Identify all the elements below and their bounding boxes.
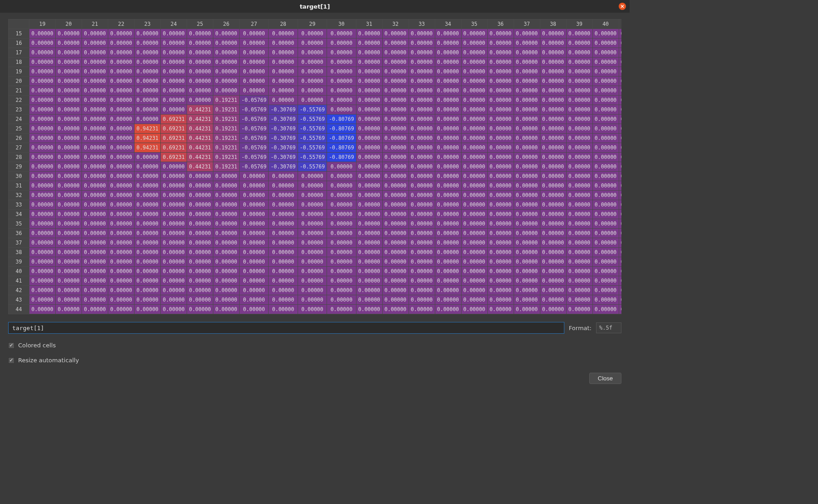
grid-cell[interactable]: 0.00000 — [135, 86, 161, 96]
grid-cell[interactable]: 0.00000 — [540, 286, 566, 295]
grid-cell[interactable]: 0.00000 — [29, 48, 56, 58]
grid-cell[interactable]: 0.00000 — [487, 181, 514, 191]
grid-cell[interactable]: 0.00000 — [435, 29, 461, 38]
grid-cell[interactable]: 0.00000 — [108, 257, 135, 267]
grid-cell-partial[interactable]: 0. — [619, 86, 621, 96]
grid-cell[interactable]: 0.00000 — [592, 77, 619, 86]
grid-cell[interactable]: 0.00000 — [382, 172, 409, 181]
grid-cell[interactable]: 0.00000 — [298, 295, 327, 305]
row-header[interactable]: 43 — [9, 295, 29, 305]
grid-cell[interactable]: -0.30769 — [269, 134, 298, 143]
grid-cell[interactable]: 0.00000 — [382, 105, 409, 115]
grid-cell[interactable]: 0.00000 — [514, 172, 540, 181]
grid-cell[interactable]: 0.00000 — [487, 229, 514, 238]
grid-cell[interactable]: 0.00000 — [135, 77, 161, 86]
grid-cell[interactable]: 0.00000 — [356, 105, 382, 115]
grid-cell[interactable]: 0.00000 — [135, 29, 161, 38]
grid-cell[interactable]: 0.00000 — [409, 86, 435, 96]
grid-cell[interactable]: 0.00000 — [240, 58, 269, 67]
grid-cell[interactable]: 0.00000 — [409, 38, 435, 48]
col-header[interactable]: 39 — [566, 19, 592, 29]
grid-cell[interactable]: 0.00000 — [298, 276, 327, 286]
row-header[interactable]: 32 — [9, 191, 29, 200]
grid-cell[interactable]: 0.00000 — [161, 77, 187, 86]
grid-cell[interactable]: 0.00000 — [108, 229, 135, 238]
grid-cell[interactable]: 0.00000 — [161, 295, 187, 305]
grid-cell[interactable]: 0.00000 — [435, 134, 461, 143]
grid-cell[interactable]: 0.00000 — [461, 48, 487, 58]
grid-cell[interactable]: 0.00000 — [135, 238, 161, 248]
resize-auto-row[interactable]: Resize automatically — [8, 357, 621, 364]
grid-cell-partial[interactable]: 0. — [619, 219, 621, 229]
expression-input[interactable] — [8, 322, 564, 334]
grid-cell[interactable]: 0.00000 — [298, 267, 327, 276]
grid-cell[interactable]: 0.00000 — [461, 295, 487, 305]
grid-cell[interactable]: -0.80769 — [327, 115, 356, 124]
grid-cell[interactable]: 0.00000 — [187, 67, 213, 77]
grid-cell[interactable]: 0.00000 — [435, 96, 461, 105]
grid-cell[interactable]: 0.00000 — [487, 124, 514, 134]
grid-cell[interactable]: 0.00000 — [356, 153, 382, 162]
grid-cell[interactable]: 0.00000 — [327, 38, 356, 48]
grid-cell[interactable]: 0.00000 — [461, 143, 487, 153]
grid-cell[interactable]: 0.00000 — [461, 96, 487, 105]
grid-cell[interactable]: 0.00000 — [240, 48, 269, 58]
grid-cell[interactable]: 0.44231 — [187, 143, 213, 153]
grid-cell[interactable]: 0.00000 — [409, 67, 435, 77]
grid-cell[interactable]: 0.00000 — [382, 181, 409, 191]
grid-cell[interactable]: 0.00000 — [187, 229, 213, 238]
grid-cell[interactable]: 0.00000 — [213, 286, 240, 295]
grid-cell[interactable]: 0.00000 — [514, 191, 540, 200]
grid-cell[interactable]: 0.00000 — [213, 248, 240, 257]
grid-cell[interactable]: 0.00000 — [29, 286, 56, 295]
grid-cell[interactable]: 0.00000 — [514, 77, 540, 86]
grid-cell[interactable]: 0.00000 — [298, 229, 327, 238]
grid-cell[interactable]: 0.00000 — [56, 286, 82, 295]
grid-cell[interactable]: -0.80769 — [327, 153, 356, 162]
grid-cell[interactable]: 0.00000 — [487, 238, 514, 248]
grid-cell[interactable]: 0.00000 — [327, 219, 356, 229]
row-header[interactable]: 44 — [9, 305, 29, 314]
grid-cell[interactable]: 0.00000 — [435, 162, 461, 172]
grid-cell[interactable]: 0.00000 — [240, 248, 269, 257]
grid-cell[interactable]: 0.00000 — [592, 257, 619, 267]
grid-cell[interactable]: 0.00000 — [409, 143, 435, 153]
grid-cell[interactable]: 0.00000 — [356, 38, 382, 48]
grid-cell[interactable]: 0.00000 — [56, 29, 82, 38]
grid-cell[interactable]: 0.00000 — [108, 172, 135, 181]
grid-cell[interactable]: 0.00000 — [356, 67, 382, 77]
grid-cell[interactable]: 0.00000 — [514, 276, 540, 286]
grid-cell[interactable]: 0.00000 — [592, 172, 619, 181]
grid-cell[interactable]: 0.00000 — [56, 77, 82, 86]
grid-cell[interactable]: 0.00000 — [435, 124, 461, 134]
grid-cell[interactable]: 0.00000 — [327, 162, 356, 172]
grid-cell[interactable]: 0.00000 — [240, 210, 269, 219]
grid-cell[interactable]: 0.00000 — [514, 29, 540, 38]
grid-cell-partial[interactable]: 0. — [619, 276, 621, 286]
grid-cell[interactable]: 0.94231 — [135, 143, 161, 153]
grid-cell[interactable]: 0.00000 — [298, 48, 327, 58]
grid-cell[interactable]: 0.00000 — [592, 295, 619, 305]
grid-cell[interactable]: 0.00000 — [435, 153, 461, 162]
grid-cell[interactable]: 0.00000 — [213, 38, 240, 48]
grid-cell[interactable]: 0.00000 — [487, 58, 514, 67]
grid-cell[interactable]: 0.00000 — [487, 305, 514, 314]
grid-cell[interactable]: 0.00000 — [514, 58, 540, 67]
grid-cell[interactable]: 0.00000 — [409, 29, 435, 38]
grid-cell[interactable]: -0.55769 — [298, 124, 327, 134]
row-header[interactable]: 29 — [9, 162, 29, 172]
grid-cell[interactable]: 0.00000 — [356, 124, 382, 134]
grid-cell[interactable]: 0.00000 — [213, 29, 240, 38]
grid-cell[interactable]: 0.00000 — [135, 219, 161, 229]
grid-cell[interactable]: 0.00000 — [540, 219, 566, 229]
grid-cell[interactable]: 0.00000 — [56, 181, 82, 191]
row-header[interactable]: 21 — [9, 86, 29, 96]
grid-cell[interactable]: 0.00000 — [514, 200, 540, 210]
grid-cell[interactable]: 0.00000 — [487, 248, 514, 257]
grid-cell[interactable]: 0.00000 — [487, 77, 514, 86]
grid-cell[interactable]: 0.00000 — [514, 96, 540, 105]
row-header[interactable]: 42 — [9, 286, 29, 295]
grid-cell[interactable]: 0.00000 — [461, 267, 487, 276]
grid-cell[interactable]: 0.00000 — [108, 134, 135, 143]
grid-cell[interactable]: 0.00000 — [461, 67, 487, 77]
